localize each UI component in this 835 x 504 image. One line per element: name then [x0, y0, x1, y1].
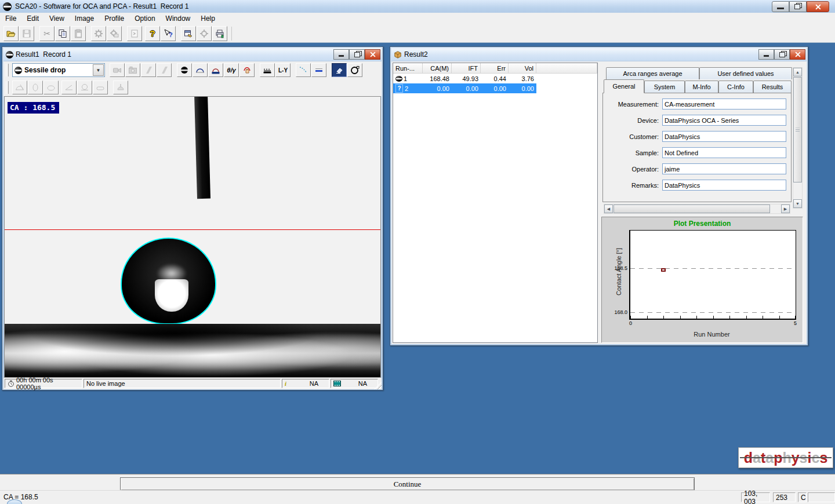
result2-restore-button[interactable] [774, 49, 790, 60]
laplace-young-tool-icon[interactable]: L-Y [275, 63, 291, 77]
close-button[interactable] [807, 1, 829, 12]
tab-c-info[interactable]: C-Info [718, 81, 753, 93]
upper-red-baseline[interactable] [5, 229, 380, 230]
minimize-button[interactable] [772, 1, 789, 12]
settings-gear-icon[interactable] [91, 26, 106, 41]
menu-view[interactable]: View [44, 13, 70, 24]
dome-needle-shape-icon[interactable] [113, 81, 128, 94]
copy-icon[interactable] [55, 26, 70, 41]
result1-titlebar[interactable]: Result1 Record 1 [3, 48, 382, 61]
result1-restore-button[interactable] [349, 49, 365, 60]
scroll-up-arrow[interactable]: ▲ [793, 68, 802, 76]
tab-results[interactable]: Results [753, 81, 792, 93]
manual-hand-tool-icon[interactable] [239, 63, 255, 77]
flat-drop-shape-icon[interactable] [93, 81, 108, 94]
menu-window[interactable]: Window [161, 13, 196, 24]
plot-xlabel: Run Number [629, 331, 794, 338]
menu-profile[interactable]: Profile [99, 13, 129, 24]
scroll-right-arrow[interactable]: ▶ [781, 204, 790, 213]
menu-help[interactable]: Help [195, 13, 220, 24]
tab-user-defined-values[interactable]: User defined values [699, 67, 792, 79]
device-field[interactable] [662, 115, 786, 126]
arc-fit-tool-icon[interactable] [193, 63, 208, 77]
menu-file[interactable]: File [0, 13, 21, 24]
profile-band-icon-2[interactable] [157, 63, 172, 77]
sca20-application-window: SCA20 - Software for OCA and PCA - Resul… [0, 0, 835, 504]
eraser-tool-icon[interactable] [332, 63, 347, 77]
result2-titlebar[interactable]: Result2 [391, 48, 807, 61]
curve-plot-tool-icon[interactable] [296, 63, 311, 77]
result2-close-button[interactable] [790, 49, 805, 60]
combobox-dropdown-arrow[interactable]: ▼ [93, 64, 104, 76]
main-titlebar[interactable]: SCA20 - Software for OCA and PCA - Resul… [0, 0, 835, 13]
help-icon[interactable]: ? [145, 26, 160, 41]
vertical-scrollbar-thumb[interactable] [793, 77, 802, 182]
column-vol[interactable]: Vol [509, 63, 536, 74]
snapshot-printer-icon[interactable] [212, 26, 227, 41]
customer-field[interactable] [662, 131, 786, 142]
horizontal-scrollbar-thumb[interactable] [613, 204, 770, 213]
column-err[interactable]: Err [481, 63, 509, 74]
result1-close-button[interactable] [365, 49, 380, 60]
operator-field[interactable] [662, 163, 786, 174]
horizontal-line-tool-icon[interactable] [311, 63, 326, 77]
tab-system[interactable]: System [644, 81, 685, 93]
result2-minimize-button[interactable] [758, 49, 774, 60]
context-help-icon[interactable]: ? [161, 26, 176, 41]
export-doc-icon[interactable] [127, 26, 142, 41]
tab-arca-ranges-average[interactable]: Arca ranges average [606, 67, 699, 79]
window-export-icon[interactable] [181, 26, 196, 41]
measurement-type-combobox[interactable]: Sessile drop ▼ [12, 63, 105, 77]
main-toolbar: ✂ ? ? [0, 24, 835, 43]
statusbar-channel: C [798, 492, 807, 502]
x-tick [647, 316, 648, 319]
x-tick [713, 316, 714, 319]
angle-shape-icon[interactable] [61, 81, 77, 94]
tab-general[interactable]: General [604, 79, 644, 93]
wide-drop-shape-icon[interactable] [43, 81, 59, 94]
column-ift[interactable]: IFT [452, 63, 481, 74]
cut-icon[interactable]: ✂ [39, 26, 55, 41]
sample-field[interactable] [662, 147, 786, 158]
table-row-selected[interactable]: ? 2 0.00 0.00 0.00 0.00 [393, 83, 536, 93]
video-camera-icon[interactable] [110, 63, 125, 77]
tab-m-info[interactable]: M-Info [685, 81, 718, 93]
profile-band-icon-1[interactable] [141, 63, 156, 77]
plot-area: 168.0168.505 [629, 230, 796, 320]
arc-baseline-tool-icon[interactable] [208, 63, 223, 77]
column-cam[interactable]: CA(M) [423, 63, 452, 74]
measurement-field[interactable] [662, 98, 786, 109]
circle-select-tool-icon[interactable] [347, 63, 362, 77]
menu-edit[interactable]: Edit [21, 13, 44, 24]
paste-icon[interactable] [71, 26, 86, 41]
info-icon: i [285, 380, 286, 387]
drop-image-view[interactable]: CA : 168.5 [4, 96, 381, 378]
scroll-left-arrow[interactable]: ◀ [604, 204, 613, 213]
oval-drop-shape-icon[interactable] [28, 81, 43, 94]
scroll-down-arrow[interactable]: ▼ [793, 199, 802, 208]
horizontal-scrollbar[interactable]: ◀ ▶ [604, 204, 790, 214]
drop-sphere-tool-icon[interactable] [177, 63, 192, 77]
vertical-scrollbar[interactable]: ▲ ▼ [793, 67, 803, 209]
toolbar-grip [6, 81, 9, 94]
result1-title: Result1 Record 1 [16, 50, 71, 59]
photo-camera-icon[interactable] [125, 63, 140, 77]
menu-option[interactable]: Option [129, 13, 160, 24]
circle-baseline-shape-icon[interactable] [77, 81, 92, 94]
gear2-icon[interactable] [197, 26, 212, 41]
theta-gamma-tool-icon[interactable]: θ/γ [224, 63, 239, 77]
save-icon[interactable] [19, 26, 34, 41]
continue-button[interactable]: Continue [120, 477, 695, 491]
dataphysics-logo: dataphysics [738, 447, 833, 468]
result1-minimize-button[interactable] [333, 49, 349, 60]
gear-hand-icon[interactable] [107, 26, 122, 41]
customer-label: Customer: [603, 133, 659, 140]
restore-button[interactable] [789, 1, 807, 12]
baseline-ruler-tool-icon[interactable] [260, 63, 275, 77]
remarks-field[interactable] [662, 180, 786, 191]
menu-image[interactable]: Image [70, 13, 99, 24]
table-row[interactable]: 1 168.48 49.93 0.44 3.76 [393, 74, 536, 83]
open-folder-icon[interactable] [3, 26, 19, 41]
arc-tangent-shape-icon[interactable] [12, 81, 27, 94]
column-run[interactable]: Run-... [393, 63, 423, 74]
